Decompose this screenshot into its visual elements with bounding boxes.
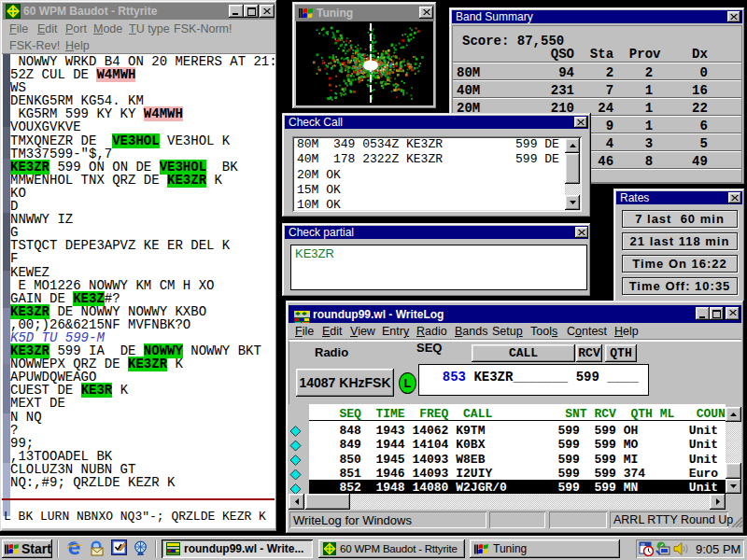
svg-text:38: 38	[641, 542, 645, 547]
